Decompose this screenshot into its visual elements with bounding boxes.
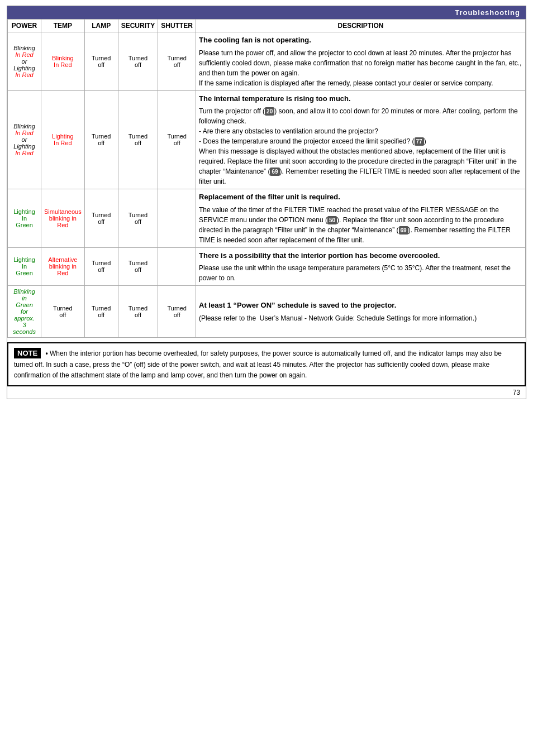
cell-power: BlinkingIn RedorLightingIn Red bbox=[8, 90, 41, 189]
cell-shutter: Turnedoff bbox=[158, 90, 196, 189]
cell-temp: Alternativeblinking in Red bbox=[41, 247, 85, 286]
cell-shutter bbox=[158, 247, 196, 286]
cell-shutter: Turnedoff bbox=[158, 32, 196, 91]
desc-body: The value of the timer of the FILTER TIM… bbox=[199, 205, 522, 245]
cell-power: BlinkingIn RedorLightingIn Red bbox=[8, 32, 41, 91]
cell-temp: Turnedoff bbox=[41, 286, 85, 338]
cell-description: The internal temperature is rising too m… bbox=[196, 90, 526, 189]
cell-security: Turnedoff bbox=[118, 247, 158, 286]
col-header-power: POWER bbox=[8, 20, 41, 32]
cell-power: BlinkinginGreenforapprox.3seconds bbox=[8, 286, 41, 338]
table-row: BlinkingIn RedorLightingIn RedBlinkingIn… bbox=[8, 32, 526, 91]
desc-title: At least 1 “Power ON” schedule is saved … bbox=[199, 300, 522, 311]
cell-description: The cooling fan is not operating.Please … bbox=[196, 32, 526, 91]
cell-shutter bbox=[158, 189, 196, 248]
note-bullet: • bbox=[45, 350, 47, 357]
desc-body: Turn the projector off (20) soon, and al… bbox=[199, 106, 522, 186]
desc-title: There is a possibility that the interior… bbox=[199, 250, 522, 261]
cell-power: LightingInGreen bbox=[8, 189, 41, 248]
page-wrapper: Troubleshooting POWER TEMP LAMP SECURITY… bbox=[7, 6, 526, 399]
cell-shutter: Turnedoff bbox=[158, 286, 196, 338]
main-table: POWER TEMP LAMP SECURITY SHUTTER Descrip… bbox=[7, 19, 526, 338]
cell-lamp: Turnedoff bbox=[84, 189, 118, 248]
table-row: LightingInGreenAlternativeblinking in Re… bbox=[8, 247, 526, 286]
cell-power: LightingInGreen bbox=[8, 247, 41, 286]
cell-lamp: Turnedoff bbox=[84, 32, 118, 91]
cell-temp: LightingIn Red bbox=[41, 90, 85, 189]
cell-temp: Simultaneousblinking in Red bbox=[41, 189, 85, 248]
cell-lamp: Turnedoff bbox=[84, 90, 118, 189]
cell-description: There is a possibility that the interior… bbox=[196, 247, 526, 286]
col-header-lamp: LAMP bbox=[84, 20, 118, 32]
header-title: Troubleshooting bbox=[455, 8, 520, 17]
desc-title: The cooling fan is not operating. bbox=[199, 35, 522, 46]
cell-security: Turnedoff bbox=[118, 189, 158, 248]
desc-body: Please turn the power off, and allow the… bbox=[199, 48, 522, 88]
note-box: NOTE • When the interior portion has bec… bbox=[7, 342, 526, 386]
desc-title: The internal temperature is rising too m… bbox=[199, 93, 522, 104]
cell-description: Replacement of the filter unit is requir… bbox=[196, 189, 526, 248]
table-row: LightingInGreenSimultaneousblinking in R… bbox=[8, 189, 526, 248]
desc-title: Replacement of the filter unit is requir… bbox=[199, 192, 522, 203]
table-row: BlinkinginGreenforapprox.3secondsTurnedo… bbox=[8, 286, 526, 338]
table-row: BlinkingIn RedorLightingIn RedLightingIn… bbox=[8, 90, 526, 189]
cell-lamp: Turnedoff bbox=[84, 247, 118, 286]
cell-temp: BlinkingIn Red bbox=[41, 32, 85, 91]
cell-security: Turnedoff bbox=[118, 32, 158, 91]
col-header-desc: Description bbox=[196, 20, 526, 32]
cell-description: At least 1 “Power ON” schedule is saved … bbox=[196, 286, 526, 338]
note-text: When the interior portion has become ove… bbox=[14, 350, 502, 379]
desc-body: (Please refer to the User’s Manual - Net… bbox=[199, 313, 522, 323]
cell-security: Turnedoff bbox=[118, 286, 158, 338]
note-label: NOTE bbox=[14, 348, 41, 358]
page-number: 73 bbox=[7, 386, 526, 399]
cell-security: Turnedoff bbox=[118, 90, 158, 189]
header-bar: Troubleshooting bbox=[7, 6, 526, 19]
desc-body: Please use the unit within the usage tem… bbox=[199, 263, 522, 283]
cell-lamp: Turnedoff bbox=[84, 286, 118, 338]
col-header-shutter: SHUTTER bbox=[158, 20, 196, 32]
col-header-security: SECURITY bbox=[118, 20, 158, 32]
col-header-temp: TEMP bbox=[41, 20, 85, 32]
